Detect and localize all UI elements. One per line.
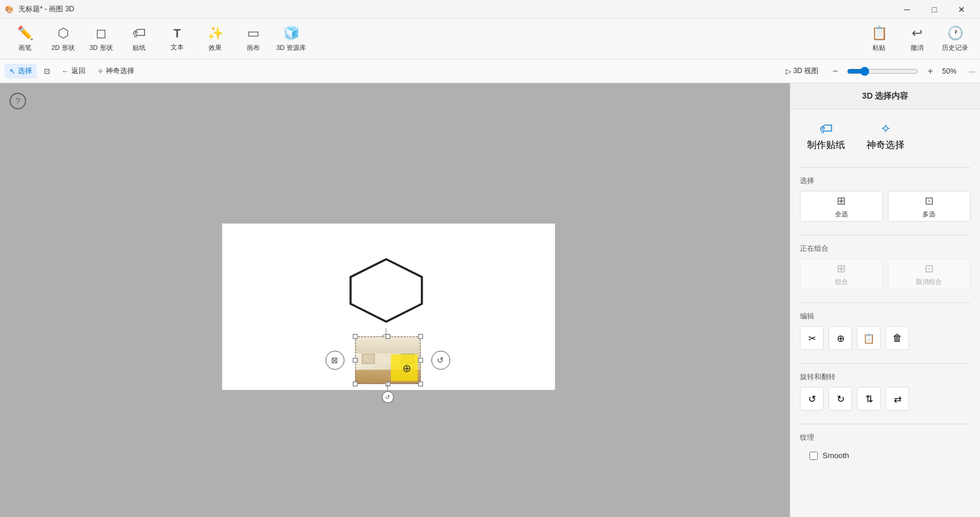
view-mode-btn[interactable]: ▷ 3D 视图 bbox=[781, 64, 824, 78]
panel-title: 3D 选择内容 bbox=[862, 91, 909, 102]
view-mode-label: 3D 视图 bbox=[793, 66, 819, 76]
edit-section-title: 编辑 bbox=[800, 311, 970, 321]
crop-btn[interactable]: ⊡ bbox=[39, 65, 55, 78]
close-button[interactable]: ✕ bbox=[948, 0, 975, 19]
smooth-checkbox[interactable] bbox=[809, 452, 818, 460]
ungroup-btn: ⊡ 取消组合 bbox=[888, 258, 971, 289]
select-label: 选择 bbox=[18, 66, 32, 76]
app-icon: 🎨 bbox=[5, 5, 14, 14]
canvas-icon: ▭ bbox=[247, 26, 260, 41]
divider-3 bbox=[800, 302, 970, 303]
select-tool-btn[interactable]: ↖ 选择 bbox=[5, 64, 37, 78]
toolbar-item-canvas[interactable]: ▭ 画布 bbox=[235, 22, 271, 56]
magic-select-btn[interactable]: ✧ 神奇选择 bbox=[93, 64, 139, 78]
handle-mid-left[interactable] bbox=[352, 358, 357, 362]
toolbar-label-text: 文本 bbox=[171, 43, 184, 52]
minimize-button[interactable]: ─ bbox=[893, 0, 921, 19]
selected-item-wrapper: ⊠ bbox=[355, 336, 420, 384]
ungroup-icon: ⊡ bbox=[925, 262, 934, 275]
right-action-btn[interactable]: ↺ bbox=[431, 351, 450, 370]
copy-btn[interactable]: ⊕ bbox=[828, 326, 852, 350]
toolbar-item-text[interactable]: T 文本 bbox=[159, 22, 195, 56]
hexagon-container: ↺ bbox=[347, 256, 424, 324]
toolbar-item-history[interactable]: 🕐 历史记录 bbox=[937, 22, 973, 56]
select-icon: ↖ bbox=[10, 67, 15, 75]
canvas-area[interactable]: ? ↺ ⊠ bbox=[0, 83, 790, 517]
toolbar-item-3dresource[interactable]: 🧊 3D 资源库 bbox=[273, 22, 309, 56]
title-bar-controls: ─ □ ✕ bbox=[893, 0, 975, 19]
multi-select-label: 多选 bbox=[922, 210, 935, 219]
view-mode-icon: ▷ bbox=[786, 67, 791, 75]
back-btn[interactable]: ← 返回 bbox=[57, 64, 90, 78]
zoom-in-btn[interactable]: + bbox=[923, 64, 937, 78]
group-label: 组合 bbox=[835, 278, 848, 286]
tab-make-sticker[interactable]: 🏷 制作贴纸 bbox=[800, 116, 852, 156]
rotate-right-btn[interactable]: ↻ bbox=[828, 387, 852, 411]
help-button[interactable]: ? bbox=[10, 93, 26, 109]
title-bar-title: 无标题* - 画图 3D bbox=[18, 4, 74, 14]
grouping-section-title: 正在组合 bbox=[800, 244, 970, 254]
toolbar-item-3dshape[interactable]: ◻ 3D 形状 bbox=[83, 22, 119, 56]
rotate-flip-section-title: 旋转和翻转 bbox=[800, 372, 970, 382]
divider-1 bbox=[800, 167, 970, 168]
zoom-slider[interactable] bbox=[847, 67, 918, 76]
cut-btn[interactable]: ✂ bbox=[800, 326, 824, 350]
edit-buttons-row: ✂ ⊕ 📋 🗑 bbox=[800, 326, 970, 350]
smooth-row: Smooth bbox=[800, 447, 970, 464]
rotate-circle[interactable]: ↺ bbox=[382, 391, 393, 403]
edit-section: 编辑 ✂ ⊕ 📋 🗑 bbox=[790, 307, 980, 360]
2dshape-icon: ⬡ bbox=[58, 26, 69, 41]
toolbar-item-sticker[interactable]: 🏷 贴纸 bbox=[121, 22, 157, 56]
zoom-more-btn[interactable]: ··· bbox=[968, 67, 975, 76]
handle-bottom-right[interactable] bbox=[418, 382, 423, 386]
toolbar-label-effect: 效果 bbox=[209, 43, 222, 52]
toolbar-item-draw[interactable]: ✏️ 画笔 bbox=[7, 22, 43, 56]
ungroup-label: 取消组合 bbox=[916, 278, 942, 286]
select-all-btn[interactable]: ⊞ 全选 bbox=[800, 191, 883, 222]
undo-icon: ↩ bbox=[912, 26, 922, 41]
canvas-board: ↺ ⊠ bbox=[222, 223, 554, 390]
title-bar-left: 🎨 无标题* - 画图 3D bbox=[5, 4, 74, 14]
texture-section: 纹理 Smooth bbox=[790, 428, 980, 468]
toolbar-item-2dshape[interactable]: ⬡ 2D 形状 bbox=[45, 22, 81, 56]
toolbar-item-effect[interactable]: ✨ 效果 bbox=[197, 22, 233, 56]
zoom-out-btn[interactable]: − bbox=[828, 64, 842, 78]
handle-top-left[interactable] bbox=[352, 334, 357, 339]
3dresource-icon: 🧊 bbox=[283, 26, 300, 41]
toolbar-label-draw: 画笔 bbox=[18, 43, 31, 52]
magic-select-label: 神奇选择 bbox=[106, 66, 134, 76]
rotate-left-btn[interactable]: ↺ bbox=[800, 387, 824, 411]
left-action-btn[interactable]: ⊠ bbox=[325, 351, 344, 370]
flip-horizontal-btn[interactable]: ⇄ bbox=[886, 387, 909, 411]
rotate-handle-bottom[interactable]: ↺ bbox=[382, 382, 393, 403]
magic-select-panel-icon: ✧ bbox=[880, 121, 891, 137]
handle-bottom-left[interactable] bbox=[352, 382, 357, 386]
panel-scroll[interactable]: 🏷 制作贴纸 ✧ 神奇选择 选择 ⊞ 全选 ⊡ bbox=[790, 109, 980, 517]
selection-box[interactable]: ⊕ ↺ bbox=[355, 336, 420, 384]
handle-top-right[interactable] bbox=[418, 334, 423, 339]
divider-4 bbox=[800, 363, 970, 364]
crop-icon: ⊡ bbox=[44, 67, 50, 75]
tab-magic-select[interactable]: ✧ 神奇选择 bbox=[859, 116, 912, 156]
handle-top-mid[interactable] bbox=[385, 334, 390, 339]
toolbar-label-canvas: 画布 bbox=[247, 43, 260, 52]
toolbar-label-paste: 粘贴 bbox=[872, 43, 886, 52]
hexagon-shape[interactable] bbox=[347, 256, 424, 324]
delete-btn[interactable]: 🗑 bbox=[886, 326, 909, 350]
rotate-flip-section: 旋转和翻转 ↺ ↻ ⇅ ⇄ bbox=[790, 367, 980, 420]
panel-tabs: 🏷 制作贴纸 ✧ 神奇选择 bbox=[790, 109, 980, 163]
paste-btn[interactable]: 📋 bbox=[857, 326, 881, 350]
flip-vertical-btn[interactable]: ⇅ bbox=[857, 387, 881, 411]
right-panel: 3D 选择内容 🏷 制作贴纸 ✧ 神奇选择 选择 ⊞ bbox=[790, 83, 980, 517]
group-icon: ⊞ bbox=[837, 262, 846, 275]
toolbar-label-history: 历史记录 bbox=[942, 43, 968, 52]
multi-select-btn[interactable]: ⊡ 多选 bbox=[888, 191, 971, 222]
toolbar-item-paste[interactable]: 📋 粘贴 bbox=[861, 22, 897, 56]
make-sticker-icon: 🏷 bbox=[820, 121, 833, 137]
toolbar-item-undo[interactable]: ↩ 撤消 bbox=[899, 22, 935, 56]
select-all-label: 全选 bbox=[835, 210, 848, 219]
restore-button[interactable]: □ bbox=[921, 0, 948, 19]
handle-mid-right[interactable] bbox=[418, 358, 423, 362]
smooth-label: Smooth bbox=[823, 451, 849, 460]
divider-2 bbox=[800, 235, 970, 235]
